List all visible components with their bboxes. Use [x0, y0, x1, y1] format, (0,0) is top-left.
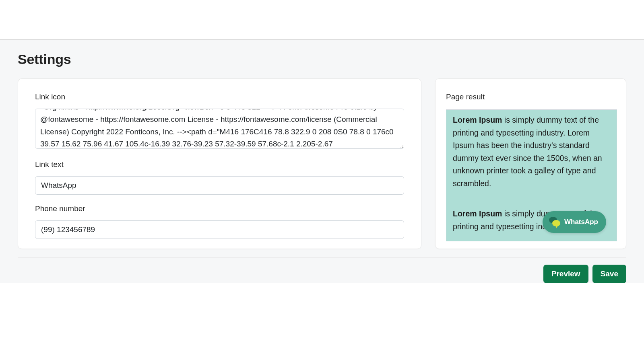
- page-result-label: Page result: [446, 93, 617, 101]
- phone-number-label: Phone number: [35, 204, 404, 213]
- phone-number-input[interactable]: [35, 220, 404, 239]
- settings-form-scroll[interactable]: Link icon Link text Phone number Initial: [18, 79, 421, 249]
- preview-paragraph-1: Lorem Ipsum is simply dummy text of the …: [453, 114, 610, 190]
- whatsapp-float-button[interactable]: WhatsApp: [543, 211, 606, 233]
- chat-bubbles-icon: [549, 217, 560, 227]
- settings-form-panel: Link icon Link text Phone number Initial: [18, 78, 421, 249]
- save-button[interactable]: Save: [592, 265, 626, 283]
- page-title: Settings: [18, 51, 626, 67]
- page-result-preview: Lorem Ipsum is simply dummy text of the …: [446, 109, 617, 241]
- link-icon-label: Link icon: [35, 93, 404, 101]
- preview-p1-bold: Lorem Ipsum: [453, 115, 502, 124]
- top-blank-area: [0, 0, 644, 40]
- link-text-input[interactable]: [35, 176, 404, 195]
- page-result-panel: Page result Lorem Ipsum is simply dummy …: [435, 78, 626, 249]
- app-root: Settings Link icon Link text Phone numbe…: [0, 0, 644, 283]
- preview-button[interactable]: Preview: [543, 265, 588, 283]
- preview-p1-text: is simply dummy text of the printing and…: [453, 115, 602, 188]
- link-text-label: Link text: [35, 160, 404, 169]
- panels-row: Link icon Link text Phone number Initial: [18, 78, 626, 249]
- whatsapp-float-label: WhatsApp: [564, 218, 598, 226]
- settings-page: Settings Link icon Link text Phone numbe…: [0, 40, 644, 283]
- action-buttons-row: Preview Save: [18, 257, 626, 283]
- link-icon-textarea[interactable]: [35, 109, 404, 149]
- page-result-inner: Page result Lorem Ipsum is simply dummy …: [436, 79, 626, 249]
- link-icon-group: Link icon: [35, 93, 404, 150]
- preview-p2-bold: Lorem Ipsum: [453, 209, 502, 218]
- link-text-group: Link text: [35, 160, 404, 195]
- phone-number-group: Phone number: [35, 204, 404, 239]
